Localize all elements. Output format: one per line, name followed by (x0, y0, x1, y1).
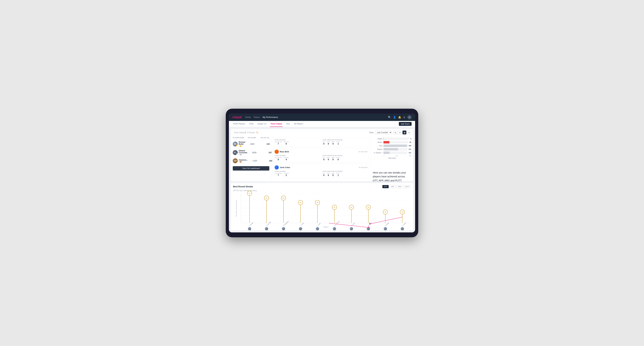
player-info: RB 1 Richard Butler ♥ 1 (233, 141, 245, 147)
lb-score: 19/20 (245, 143, 259, 145)
show-filter: Show Last 3 months ⊞ ☰ ▦ ⚙ (369, 131, 411, 134)
navbar: clippd Home Teams My Performance 🔍 👤 🔔 ⊕… (229, 114, 415, 121)
streak-bubble: 5x (298, 200, 303, 205)
rank-badge-3: 3 (236, 162, 238, 163)
y-axis: Best Streak, Fairway Accuracy (233, 193, 240, 223)
streak-bubble: 5x (315, 200, 320, 205)
player-info: EC 2 Edward Crossman ♥ 2 (233, 150, 247, 155)
subnav-team-clippd[interactable]: Team Clippd (270, 121, 282, 127)
subnav-pgat[interactable]: PGAT Players (232, 121, 246, 127)
streak-line (283, 198, 284, 223)
nav-home[interactable]: Home (245, 116, 251, 119)
stat-practice: Practice 2 (284, 173, 289, 176)
stats-practice-activities: Total Practice Activities OTT 0 APP (322, 171, 368, 176)
subnav-all-players[interactable]: All Players (294, 121, 304, 127)
stat-practice: Practice 4 (284, 157, 289, 161)
streak-col: 5xJ. Coles (292, 193, 309, 223)
streak-bubble: 4x (366, 205, 371, 210)
player-info: CM 3 Cameron... ♥ 3 (233, 158, 248, 163)
streak-bubble: 3x (400, 209, 405, 214)
stats-row: OTT 0 APP 0 (322, 141, 368, 145)
add-team-button[interactable]: Add Team (399, 122, 412, 126)
player-name: Rees Britt (280, 151, 289, 153)
chart-bar-pars (384, 145, 407, 147)
stats-practice-activities: Total Practice Activities OTT 0 APP (322, 155, 368, 161)
chart-bar-wrap (384, 145, 407, 147)
chart-bar-wrap (384, 152, 407, 154)
streak-line (300, 202, 301, 223)
stat-putt: PUTT 1 (336, 141, 340, 145)
streak-col: 4xE. Crossman (326, 193, 343, 223)
streak-bubble: 3x (383, 209, 388, 214)
stat-tournament: Tournament 7 (274, 141, 282, 145)
lb-score: 17/20 (248, 160, 262, 162)
search-icon[interactable]: 🔍 (388, 116, 391, 119)
chart-bar-wrap (384, 148, 407, 151)
filter-ott[interactable]: OTT (382, 185, 389, 188)
avatar (274, 150, 279, 154)
avatar (274, 165, 279, 170)
streak-bubble: 4x (332, 205, 337, 210)
filter-putt[interactable]: PUTT (404, 185, 411, 188)
streak-line (249, 193, 250, 223)
stats-grid: Total Rounds Tournament 7 Practice (274, 171, 368, 176)
bell-icon[interactable]: 🔔 (398, 116, 401, 119)
chart-row-pars: Pars 499 (373, 145, 411, 147)
avatar[interactable]: U (408, 115, 412, 119)
subnav-pga[interactable]: PGA (249, 121, 254, 127)
settings-view-btn[interactable]: ⚙ (407, 131, 411, 134)
streaks-title: Best Round Streaks (233, 185, 253, 188)
streaks-subtitle: Off The Tee, Fairway Accuracy (233, 190, 411, 191)
streak-line (317, 202, 318, 223)
view-icons: ⊞ ☰ ▦ ⚙ (394, 131, 411, 134)
streak-col: 6xD. Billingham (275, 193, 292, 223)
table-row: CM 3 Cameron... ♥ 3 17/20 103 (231, 157, 271, 165)
subnav-hcaps[interactable]: Hcaps 1-5 (257, 121, 267, 127)
chart-title: Total Shots (373, 157, 411, 159)
stats-row: Tournament 8 Practice 4 (274, 157, 320, 161)
nav-my-performance[interactable]: My Performance (262, 116, 278, 119)
player-header: Josh Coles (274, 165, 290, 170)
user-icon[interactable]: 👤 (393, 116, 396, 119)
globe-icon[interactable]: ⊕ (403, 116, 405, 119)
streaks-header: Best Round Streaks OTT APP ARG PUTT (233, 185, 411, 188)
chart-axis: 0 200 400 (373, 155, 411, 157)
streaks-filters: OTT APP ARG PUTT (382, 185, 411, 188)
lb-header: PLAYER NAME PB SCORE PB AVG SQ (231, 136, 271, 140)
stats-row: OTT 0 APP 0 (322, 157, 368, 161)
lb-avg: 107 (261, 152, 272, 154)
stat-app: APP 0 (327, 173, 330, 176)
streak-bubble: 6x (264, 195, 269, 200)
streak-bubble: 7x (247, 191, 252, 196)
stats-row: Tournament 7 Practice 2 (274, 173, 320, 176)
stat-ott: OTT 0 (322, 173, 325, 176)
filter-app[interactable]: APP (390, 185, 396, 188)
annotation-box: Here you can see streaks your players ha… (373, 171, 408, 182)
chart-area: 7xE. Elwert6xB. McHarg6xD. Billingham5xJ… (241, 193, 411, 223)
subnav-tour[interactable]: Tour (286, 121, 290, 127)
edit-icon[interactable]: ✏️ (256, 132, 258, 134)
stat-arg: ARG 0 (332, 173, 334, 176)
filter-arg[interactable]: ARG (396, 185, 403, 188)
player-header: Rees Britt (274, 150, 289, 154)
stat-app: APP 0 (327, 141, 330, 145)
nav-teams[interactable]: Teams (254, 116, 260, 119)
view-leaderboard-button[interactable]: View Full Leaderboard (233, 166, 269, 171)
list-view-btn[interactable]: ☰ (398, 131, 402, 134)
streak-col: 4xM. Miller (360, 193, 377, 223)
streak-col: 5xR. Britt (309, 193, 326, 223)
card-view-btn[interactable]: ▦ (402, 131, 406, 134)
logo: clippd (232, 116, 242, 119)
filter-select[interactable]: Last 3 months (375, 131, 392, 134)
lb-score: 18/20 (247, 152, 261, 154)
rank-badge-2: 2 (236, 153, 238, 155)
stats-rounds: Total Rounds Tournament 7 Practice (274, 139, 320, 145)
avatar: CM 3 (233, 158, 238, 163)
avatar: EC 2 (233, 150, 238, 155)
stat-ott: OTT 0 (322, 141, 325, 145)
player-name: Josh Coles (280, 166, 290, 169)
streak-bubble: 6x (281, 195, 286, 200)
grid-view-btn[interactable]: ⊞ (394, 131, 397, 134)
team-title: Team Clippd | 14 Players (233, 131, 255, 134)
table-row: EC 2 Edward Crossman ♥ 2 18/20 107 (231, 148, 271, 157)
